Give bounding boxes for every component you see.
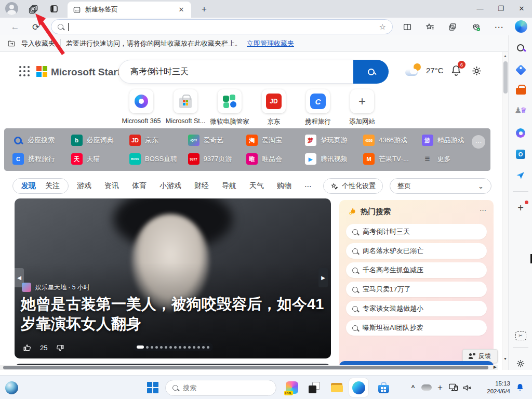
start-search-input[interactable]: [130, 67, 342, 76]
link-premium-games[interactable]: 游精品游戏: [417, 135, 475, 146]
hero-headline[interactable]: 她曾是古装第一美人，被狗咬毁容后，如今41岁靠演坏女人翻身: [21, 294, 324, 334]
tray-chevron-icon[interactable]: ^: [406, 380, 420, 395]
dot[interactable]: [202, 346, 205, 349]
tab-navigation[interactable]: 导航: [222, 181, 236, 191]
manage-favorites-link[interactable]: 立即管理收藏夹: [247, 39, 294, 48]
tab-shopping[interactable]: 购物: [277, 181, 291, 191]
address-input[interactable]: [73, 23, 375, 31]
thumbs-up-icon[interactable]: [23, 343, 32, 352]
sidebar-outlook-icon[interactable]: O: [509, 146, 532, 163]
hot-search-item[interactable]: 高考倒计时三天: [346, 224, 487, 240]
browser-essentials-icon[interactable]: [469, 21, 483, 33]
link-mengwan[interactable]: 梦梦玩页游: [300, 135, 358, 146]
window-minimize-button[interactable]: —: [470, 0, 490, 17]
weather-widget[interactable]: 27°C: [405, 63, 444, 77]
taskbar-search-box[interactable]: [165, 380, 276, 396]
quick-link-jd[interactable]: JD 京东: [250, 89, 297, 126]
link-mango-tv[interactable]: M芒果TV·...: [358, 153, 417, 165]
hot-search-more-icon[interactable]: ⋯: [480, 206, 486, 214]
tab-actions-icon[interactable]: [48, 3, 60, 15]
tab-games[interactable]: 游戏: [77, 181, 91, 191]
tab-finance[interactable]: 财经: [194, 181, 209, 191]
start-button[interactable]: [145, 380, 160, 395]
tab-news[interactable]: 资讯: [104, 181, 119, 191]
dot[interactable]: [193, 346, 195, 349]
vscroll-down-arrow[interactable]: ▼: [503, 357, 507, 361]
page-settings-gear[interactable]: [471, 65, 483, 77]
window-restore-button[interactable]: ❐: [490, 0, 511, 17]
sidebar-add-button[interactable]: +: [509, 200, 532, 216]
dot[interactable]: [146, 346, 149, 349]
apps-grid-icon[interactable]: [19, 66, 30, 77]
collections-icon[interactable]: [446, 21, 459, 33]
vertical-scrollbar[interactable]: ▲ ▼: [502, 52, 508, 370]
hot-search-item[interactable]: 两名落水驴友已溺亡: [346, 243, 487, 259]
link-aitaobao[interactable]: 淘爱淘宝: [241, 135, 300, 146]
onedrive-cloud-icon[interactable]: [420, 380, 433, 395]
taskbar-edge-icon[interactable]: [349, 378, 368, 397]
profile-avatar-icon[interactable]: [5, 2, 18, 15]
horizontal-scrollbar[interactable]: ▶: [0, 365, 498, 370]
tray-notification-bell[interactable]: [513, 380, 527, 395]
split-screen-icon[interactable]: [401, 21, 414, 33]
start-search-box[interactable]: [118, 60, 353, 84]
hot-search-item[interactable]: 曝斯坦福AI团队抄袭: [346, 320, 487, 336]
search-button[interactable]: [353, 60, 389, 84]
hero-carousel-dots[interactable]: [133, 343, 213, 351]
new-tab-button[interactable]: +: [198, 4, 210, 15]
notifications-bell[interactable]: 6: [450, 64, 463, 78]
dot[interactable]: [174, 346, 177, 349]
personalize-button[interactable]: 个性化设置: [323, 178, 383, 194]
quick-link-m365[interactable]: Microsoft 365: [118, 89, 165, 125]
dot[interactable]: [197, 346, 200, 349]
taskbar-store-icon[interactable]: [376, 380, 391, 395]
hot-search-item[interactable]: 宝马只卖17万了: [346, 282, 487, 297]
sidebar-games-icon[interactable]: ♟♛: [509, 102, 532, 118]
sidebar-drop-icon[interactable]: [509, 167, 532, 184]
toolbar-more-icon[interactable]: ⋯: [492, 21, 506, 33]
tab-sports[interactable]: 体育: [132, 181, 147, 191]
dot[interactable]: [151, 346, 153, 349]
brand-title[interactable]: Microsoft Start: [51, 66, 121, 78]
link-vip[interactable]: 唯唯品会: [241, 153, 300, 165]
back-button[interactable]: ←: [8, 21, 22, 33]
tab-discover[interactable]: 发现: [21, 181, 36, 191]
link-bar-more-button[interactable]: ⋯: [472, 135, 485, 149]
address-bar[interactable]: ☆: [51, 19, 393, 34]
link-tencent-video[interactable]: ▶腾讯视频: [300, 153, 358, 165]
vscroll-up-arrow[interactable]: ▲: [503, 54, 507, 58]
carousel-next-button[interactable]: ▶: [318, 268, 328, 287]
hscroll-right-arrow[interactable]: ▶: [494, 365, 497, 369]
dot[interactable]: [169, 346, 172, 349]
link-jd[interactable]: JD京东: [124, 135, 183, 146]
tab-close-icon[interactable]: ✕: [177, 5, 186, 15]
file-explorer-icon[interactable]: [329, 380, 344, 395]
link-ctrip[interactable]: C携程旅行: [7, 153, 66, 165]
link-more[interactable]: ≡更多: [417, 153, 475, 165]
taskbar-copilot-icon[interactable]: PRE: [285, 380, 299, 395]
quick-link-add-site[interactable]: + 添加网站: [339, 89, 385, 126]
dot[interactable]: [207, 346, 209, 349]
dot[interactable]: [137, 345, 144, 349]
link-tmall[interactable]: 天天猫: [66, 153, 125, 165]
vscroll-thumb[interactable]: [503, 61, 508, 94]
copilot-icon[interactable]: [515, 20, 527, 33]
browser-tab[interactable]: 新建标签页 ✕: [68, 2, 191, 18]
dot[interactable]: [179, 346, 181, 349]
link-4366[interactable]: 43664366游戏: [358, 135, 417, 146]
clock[interactable]: 15:13 2024/6/4: [478, 380, 510, 395]
sidebar-m365-icon[interactable]: [509, 125, 532, 141]
dot[interactable]: [183, 346, 186, 349]
sidebar-shopping-icon[interactable]: [509, 61, 532, 78]
thumbs-down-icon[interactable]: [56, 343, 64, 352]
ime-icon[interactable]: ＋: [433, 380, 447, 395]
volume-muted-icon[interactable]: [460, 380, 474, 395]
link-bing-search[interactable]: 必应搜索: [7, 136, 66, 145]
import-favorites-label[interactable]: 导入收藏夹: [21, 39, 55, 48]
add-favorite-icon[interactable]: ☆: [379, 22, 386, 32]
dot[interactable]: [155, 346, 158, 349]
tab-minigames[interactable]: 小游戏: [159, 181, 181, 191]
refresh-button[interactable]: ⟳: [29, 21, 43, 33]
quick-link-pc-manager[interactable]: 微软电脑管家: [206, 89, 253, 126]
sidebar-tools-icon[interactable]: [509, 82, 532, 98]
